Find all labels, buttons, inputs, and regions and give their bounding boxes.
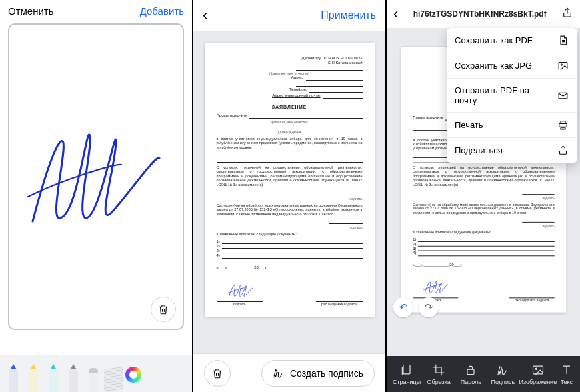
menu-item-label: Сохранить как JPG: [455, 61, 532, 71]
tab-label: Подпись: [491, 379, 515, 385]
tab-label: Пароль: [461, 379, 481, 385]
placed-signature: [227, 281, 253, 299]
menu-item-label: Сохранить как PDF: [455, 35, 533, 45]
redo-button[interactable]: ↷: [419, 297, 439, 317]
tab-image[interactable]: Изображение: [519, 363, 557, 385]
svg-rect-4: [467, 369, 474, 375]
tab-crop[interactable]: Обрезка: [423, 363, 455, 385]
menu-item-label: Поделиться: [455, 145, 503, 155]
tab-pages[interactable]: Страницы: [391, 363, 423, 385]
svg-point-1: [561, 64, 562, 65]
tab-signature[interactable]: Подпись: [487, 363, 519, 385]
svg-rect-2: [559, 93, 567, 99]
pen-aqua-tool[interactable]: [44, 363, 63, 392]
svg-rect-3: [403, 365, 410, 373]
create-signature-button[interactable]: Создать подпись: [261, 360, 375, 387]
editor-tabbar: Страницы Обрезка Пароль Подпись Изображе…: [387, 356, 580, 392]
menu-print[interactable]: Печать: [447, 113, 577, 138]
create-signature-label: Создать подпись: [290, 368, 363, 379]
menu-send-email[interactable]: Отправить PDF на почту: [447, 79, 577, 113]
doc-title: ЗАЯВЛЕНИЕ: [217, 105, 363, 110]
image-icon: [556, 60, 569, 71]
add-button[interactable]: Добавить: [140, 5, 184, 17]
share-menu: Сохранить как PDF Сохранить как JPG Отпр…: [447, 28, 577, 163]
signature-icon: [496, 363, 509, 377]
trash-icon: [211, 367, 223, 379]
tab-text[interactable]: Текст: [557, 363, 576, 385]
lock-icon: [464, 363, 477, 377]
menu-item-label: Отправить PDF на почту: [455, 85, 548, 105]
document-preview[interactable]: Директору ЛГ МАОУ «СОШ №3» С.Н.Котовщико…: [205, 43, 375, 317]
share-icon: [556, 145, 569, 156]
delete-button[interactable]: [204, 360, 231, 387]
crop-icon: [432, 363, 445, 377]
delete-signature-button[interactable]: [151, 297, 176, 322]
signature-icon: [273, 367, 285, 379]
tab-label: Текст: [561, 379, 573, 385]
export-button[interactable]: [561, 7, 573, 21]
marker-yellow-tool[interactable]: [24, 363, 43, 392]
menu-save-pdf[interactable]: Сохранить как PDF: [447, 28, 577, 53]
undo-button[interactable]: ↶: [393, 297, 413, 317]
ruler-tool[interactable]: [104, 363, 123, 392]
print-icon: [556, 119, 569, 131]
export-icon: [561, 7, 573, 19]
eraser-tool[interactable]: [84, 363, 103, 392]
back-button[interactable]: ‹: [393, 5, 398, 23]
back-button[interactable]: ‹: [203, 7, 207, 24]
mail-icon: [556, 90, 569, 101]
pages-icon: [400, 363, 413, 377]
svg-point-6: [535, 368, 537, 370]
apply-button[interactable]: Применить: [321, 9, 376, 21]
menu-share[interactable]: Поделиться: [447, 138, 577, 163]
color-picker-tool[interactable]: [124, 363, 143, 392]
menu-save-jpg[interactable]: Сохранить как JPG: [447, 53, 577, 79]
pen-blue-tool[interactable]: [4, 363, 23, 392]
cancel-button[interactable]: Отменить: [8, 5, 54, 17]
signature-stroke: [23, 118, 163, 238]
image-icon: [531, 363, 545, 377]
tab-label: Обрезка: [427, 379, 451, 385]
signature-canvas[interactable]: [8, 23, 184, 330]
file-icon: [556, 35, 569, 46]
filename-label: hi76tzTGSDYNTbHKfNRz8sBkT.pdf: [402, 9, 557, 19]
pencil-tool[interactable]: [64, 363, 83, 392]
menu-item-label: Печать: [455, 120, 483, 130]
drawing-toolbar: [0, 355, 192, 392]
trash-icon: [157, 303, 169, 315]
doc-recipient: Директору ЛГ МАОУ «СОШ №3» С.Н.Котовщико…: [217, 56, 363, 99]
tab-password[interactable]: Пароль: [455, 363, 487, 385]
tab-label: Изображение: [519, 379, 557, 385]
text-icon: [560, 363, 573, 377]
tab-label: Страницы: [393, 379, 421, 385]
